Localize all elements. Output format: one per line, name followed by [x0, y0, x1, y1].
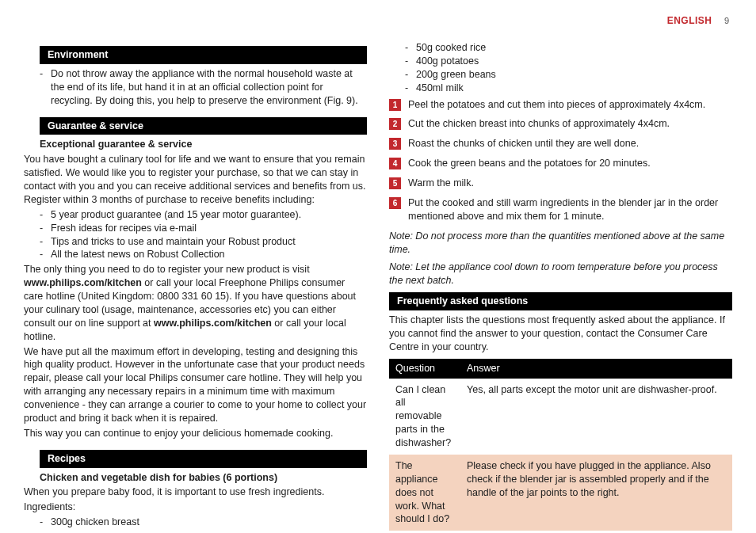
step-number-icon: 5	[389, 177, 401, 189]
recipe-intro: When you prepare baby food, it is import…	[24, 485, 367, 499]
step-number-icon: 1	[389, 99, 401, 111]
recipe-note: Note: Let the appliance cool down to roo…	[389, 261, 732, 287]
recipe-title: Chicken and vegetable dish for babies (6…	[40, 471, 367, 485]
guarantee-closing-para: This way you can continue to enjoy your …	[24, 427, 367, 440]
guarantee-subheading: Exceptional guarantee & service	[40, 138, 367, 151]
text: The only thing you need to do to registe…	[24, 264, 310, 275]
guarantee-register-para: The only thing you need to do to registe…	[24, 263, 367, 343]
ingredient-item: 50g cooked rice	[389, 41, 732, 55]
table-row: Can I clean all removable parts in the d…	[389, 379, 732, 455]
ingredients-list-left: 300g chicken breast	[24, 516, 367, 529]
faq-answer: Yes, all parts except the motor unit are…	[460, 379, 732, 455]
benefit-item: 5 year product guarantee (and 15 year mo…	[24, 208, 367, 222]
step-number-icon: 6	[389, 197, 401, 209]
step-text: Roast the chunks of chicken until they a…	[408, 138, 639, 149]
guarantee-repair-para: We have put all the maximum effort in de…	[24, 345, 367, 425]
ingredient-item: 200g green beans	[389, 68, 732, 82]
left-column: Environment Do not throw away the applia…	[24, 17, 367, 531]
step-text: Peel the potatoes and cut them into piec…	[408, 99, 705, 110]
step-text: Cook the green beans and the potatoes fo…	[408, 158, 651, 169]
ingredient-item: 400g potatoes	[389, 55, 732, 68]
benefit-item: All the latest news on Robust Collection	[24, 248, 367, 261]
page-body: Environment Do not throw away the applia…	[0, 0, 756, 533]
table-row: The appliance does not work. What should…	[389, 455, 732, 531]
benefit-item: Fresh ideas for recipes via e-mail	[24, 222, 367, 235]
recipe-step: 2Cut the chicken breast into chunks of a…	[389, 117, 732, 131]
guarantee-benefits-list: 5 year product guarantee (and 15 year mo…	[24, 208, 367, 262]
step-text: Put the cooked and still warm ingredient…	[408, 197, 718, 222]
benefit-item: Tips and tricks to use and maintain your…	[24, 235, 367, 249]
section-heading-environment: Environment	[40, 46, 367, 64]
ingredient-item: 300g chicken breast	[24, 516, 367, 529]
guarantee-intro: You have bought a culinary tool for life…	[24, 153, 367, 207]
recipe-step: 1Peel the potatoes and cut them into pie…	[389, 98, 732, 112]
faq-table: Question Answer Can I clean all removabl…	[389, 359, 732, 531]
link-text: www.philips.com/kitchen	[24, 277, 142, 288]
recipe-step: 6Put the cooked and still warm ingredien…	[389, 196, 732, 223]
step-number-icon: 2	[389, 118, 401, 130]
ingredients-label: Ingredients:	[24, 501, 367, 514]
section-heading-guarantee: Guarantee & service	[40, 117, 367, 135]
faq-question: The appliance does not work. What should…	[389, 455, 460, 531]
link-text: www.philips.com/kitchen	[154, 318, 272, 329]
recipe-step: 5Warm the milk.	[389, 177, 732, 190]
recipe-steps: 1Peel the potatoes and cut them into pie…	[389, 98, 732, 223]
recipe-step: 3Roast the chunks of chicken until they …	[389, 137, 732, 150]
environment-list: Do not throw away the appliance with the…	[24, 67, 367, 108]
recipe-step: 4Cook the green beans and the potatoes f…	[389, 157, 732, 170]
faq-col-answer: Answer	[460, 359, 732, 379]
right-column: 50g cooked rice 400g potatoes 200g green…	[389, 17, 732, 531]
environment-bullet: Do not throw away the appliance with the…	[24, 67, 367, 108]
ingredients-list-right: 50g cooked rice 400g potatoes 200g green…	[389, 41, 732, 95]
step-number-icon: 3	[389, 138, 401, 150]
step-text: Warm the milk.	[408, 177, 474, 188]
section-heading-faq: Frequently asked questions	[389, 292, 732, 310]
recipe-note: Note: Do not process more than the quant…	[389, 230, 732, 257]
step-number-icon: 4	[389, 158, 401, 169]
faq-question: Can I clean all removable parts in the d…	[389, 379, 460, 455]
section-heading-recipes: Recipes	[40, 450, 367, 468]
faq-col-question: Question	[389, 359, 460, 379]
faq-intro: This chapter lists the questions most fr…	[389, 314, 732, 354]
faq-answer: Please check if you have plugged in the …	[460, 455, 732, 531]
ingredient-item: 450ml milk	[389, 82, 732, 95]
faq-header-row: Question Answer	[389, 359, 732, 379]
step-text: Cut the chicken breast into chunks of ap…	[408, 118, 670, 129]
